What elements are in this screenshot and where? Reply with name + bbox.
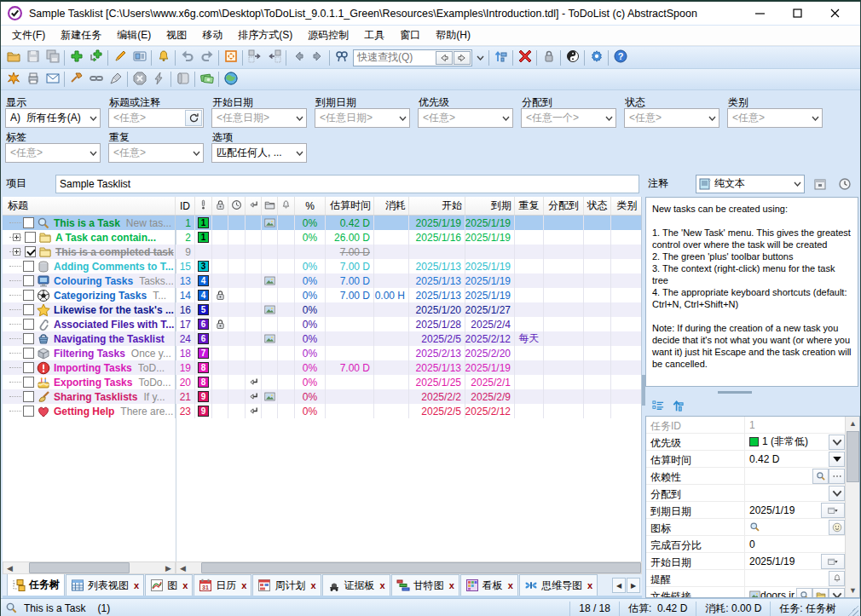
scroll-up-icon[interactable]: ▲ xyxy=(846,417,860,430)
task-row-19[interactable]: Importing TasksToD...1980%7.00 D2025/1/1… xyxy=(3,360,641,375)
task-checkbox[interactable] xyxy=(25,232,36,243)
filter-select[interactable]: <任意> xyxy=(727,108,823,128)
custom-tool-1-button[interactable] xyxy=(66,70,86,89)
sort-tasks-button[interactable] xyxy=(491,49,511,67)
filter-select[interactable]: <任意一个> xyxy=(521,108,616,128)
tab-close-icon[interactable]: x xyxy=(587,580,592,590)
set-reminder-button[interactable] xyxy=(153,49,173,67)
task-title-cell[interactable]: Getting HelpThere are... xyxy=(3,404,176,418)
attribute-row-1[interactable]: 任务ID1 xyxy=(646,417,845,434)
task-row-21[interactable]: Sharing TasklistsIf y...2190%2025/2/2202… xyxy=(3,389,641,404)
task-row-15[interactable]: Adding Comments to T...1530%7.00 D2025/1… xyxy=(3,259,641,273)
chevron-button[interactable] xyxy=(829,435,845,450)
task-title-cell[interactable]: Colouring TasksTasks... xyxy=(3,273,176,288)
task-checkbox[interactable] xyxy=(23,217,34,228)
task-checkbox[interactable] xyxy=(23,406,34,417)
title-column-scrollbar[interactable]: ◀ ▶ xyxy=(3,561,176,574)
run-gray-button[interactable] xyxy=(149,70,169,89)
chevron-button[interactable] xyxy=(829,486,845,501)
search-next-button[interactable] xyxy=(454,51,471,65)
column-header-recurrence[interactable] xyxy=(246,197,262,215)
minimize-button[interactable] xyxy=(741,3,778,24)
project-input[interactable]: Sample Tasklist xyxy=(55,175,639,193)
attribute-row-11[interactable]: 文件链接 doors.jr xyxy=(646,587,845,598)
ellipsis-button[interactable] xyxy=(829,469,845,484)
task-row-2[interactable]: A Task can contain...210%26.00 D2025/1/1… xyxy=(3,230,641,245)
move-task-in-button[interactable] xyxy=(264,49,284,67)
task-row-9[interactable]: This is a completed task97.00 D xyxy=(3,245,641,259)
attribute-row-4[interactable]: 依赖性 xyxy=(646,468,845,485)
close-button[interactable] xyxy=(816,3,853,24)
task-title-cell[interactable]: Navigating the Tasklist xyxy=(3,331,176,346)
maximize-button[interactable] xyxy=(778,3,816,24)
task-title-cell[interactable]: Likewise for the task's ... xyxy=(3,302,176,317)
task-checkbox[interactable] xyxy=(23,275,34,286)
menu-item-10[interactable]: 帮助(H) xyxy=(428,26,478,45)
nav-forward-button[interactable] xyxy=(308,49,327,67)
donate-button[interactable] xyxy=(197,70,217,89)
task-checkbox[interactable] xyxy=(23,333,34,344)
attribute-row-9[interactable]: 开始日期2025/1/19 xyxy=(646,553,845,570)
task-title-cell[interactable]: Associated Files with T... xyxy=(3,317,176,331)
expand-icon[interactable] xyxy=(13,233,20,241)
comments-sort-button[interactable] xyxy=(668,396,688,415)
column-header-percent[interactable]: % xyxy=(295,197,326,215)
column-header-category[interactable]: 类别 xyxy=(611,197,642,215)
column-header-filelink[interactable] xyxy=(262,197,278,215)
move-task-out-button[interactable] xyxy=(245,49,264,67)
attribute-row-8[interactable]: 完成百分比0 xyxy=(646,536,845,553)
attribute-row-6[interactable]: 到期日期2025/1/19 xyxy=(646,502,845,519)
comments-date-button[interactable] xyxy=(811,176,829,193)
task-checkbox[interactable] xyxy=(23,391,34,402)
columns-scrollbar[interactable]: ◀ ▶ xyxy=(176,561,642,574)
task-icon-card-button[interactable] xyxy=(130,49,149,67)
script-gray-button[interactable] xyxy=(173,70,193,89)
column-header-id[interactable]: ID xyxy=(176,197,195,215)
tab-5[interactable]: 周计划x xyxy=(252,574,321,596)
comments-panel[interactable]: New tasks can be created using: 1. The '… xyxy=(645,197,858,387)
task-checkbox[interactable] xyxy=(23,304,34,315)
toggle-theme-button[interactable] xyxy=(563,49,582,67)
column-header-title[interactable]: 标题 xyxy=(3,197,176,215)
filter-select[interactable]: <任意> xyxy=(418,108,513,128)
task-title-cell[interactable]: A Task can contain... xyxy=(3,230,176,245)
scrollbar-thumb[interactable] xyxy=(847,431,859,482)
task-row-18[interactable]: Filtering TasksOnce y...1870%2025/2/1320… xyxy=(3,346,641,360)
scroll-right-icon[interactable]: ▶ xyxy=(162,562,175,573)
tab-1[interactable]: 任务树 xyxy=(7,574,65,596)
save-tasklist-button[interactable] xyxy=(23,49,43,67)
task-checkbox[interactable] xyxy=(23,290,34,301)
edit-task-button[interactable] xyxy=(110,49,130,67)
new-task-button[interactable] xyxy=(66,49,86,67)
column-header-spent[interactable]: 消耗 xyxy=(374,197,409,215)
column-header-start[interactable]: 开始 xyxy=(409,197,465,215)
scroll-down-icon[interactable]: ▼ xyxy=(846,584,860,597)
column-header-reminder[interactable] xyxy=(278,197,295,215)
column-header-recur[interactable]: 重复 xyxy=(515,197,544,215)
tab-scroll-right-button[interactable]: ▶ xyxy=(627,578,640,593)
task-title-cell[interactable]: Sharing TasklistsIf y... xyxy=(3,389,176,404)
chevron-button[interactable] xyxy=(829,588,845,599)
column-header-estimate[interactable]: 估算时间 xyxy=(326,197,374,215)
smiley-button[interactable] xyxy=(829,520,845,535)
tab-scroll-left-button[interactable]: ◀ xyxy=(612,578,626,593)
help-button[interactable]: ? xyxy=(610,49,630,67)
resize-grip[interactable] xyxy=(847,605,858,616)
expand-icon[interactable] xyxy=(13,248,20,256)
tab-6[interactable]: 证据板x xyxy=(322,574,390,596)
preferences-button[interactable] xyxy=(587,49,606,67)
find-tasks-button[interactable] xyxy=(332,49,351,67)
menu-item-1[interactable]: 文件(F) xyxy=(4,26,53,45)
filter-select[interactable]: <任意> xyxy=(108,143,204,163)
task-title-cell[interactable]: Categorizing TasksT... xyxy=(3,288,176,302)
calendar-drop-button[interactable] xyxy=(821,503,845,518)
magnifier-btn-button[interactable] xyxy=(796,588,812,599)
cancel-gray-button[interactable] xyxy=(130,70,149,89)
link-button[interactable] xyxy=(86,70,106,89)
attribute-row-5[interactable]: 分配到 xyxy=(646,485,845,502)
task-title-cell[interactable]: This is a TaskNew tas... xyxy=(3,216,176,230)
column-header-time[interactable] xyxy=(228,197,246,215)
task-row-24[interactable]: Navigating the Tasklist2460%2025/2/52025… xyxy=(3,331,641,346)
task-row-16[interactable]: Likewise for the task's ...1650%2025/1/2… xyxy=(3,302,641,317)
nav-back-button[interactable] xyxy=(288,49,308,67)
